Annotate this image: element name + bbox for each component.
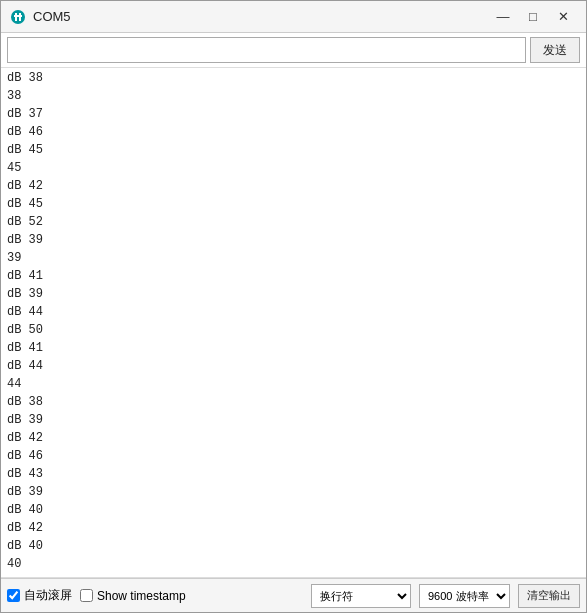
window-controls: — □ ✕	[488, 3, 578, 31]
minimize-button[interactable]: —	[488, 3, 518, 31]
output-line: dB 39	[7, 231, 580, 249]
output-line: dB 37	[7, 105, 580, 123]
main-window: COM5 — □ ✕ 发送 dB 45dB 3838dB 37dB 46dB 4…	[0, 0, 587, 613]
svg-rect-3	[14, 15, 22, 17]
window-title: COM5	[33, 9, 488, 24]
output-line: dB 42	[7, 177, 580, 195]
baud-select[interactable]: 3001200240048009600 波特率19200384005760074…	[419, 584, 510, 608]
output-line: dB 40	[7, 501, 580, 519]
output-area[interactable]: dB 45dB 3838dB 37dB 46dB 4545dB 42dB 45d…	[1, 68, 586, 578]
output-line: dB 50	[7, 321, 580, 339]
output-line: dB 43	[7, 465, 580, 483]
output-line: dB 38	[7, 393, 580, 411]
newline-select[interactable]: 换行符无行尾换行回车Both NL & CR	[311, 584, 411, 608]
output-line: dB 45	[7, 141, 580, 159]
output-line: 45	[7, 159, 580, 177]
show-timestamp-group: Show timestamp	[80, 589, 186, 603]
status-bar: 自动滚屏 Show timestamp 换行符无行尾换行回车Both NL & …	[1, 578, 586, 612]
auto-scroll-checkbox[interactable]	[7, 589, 20, 602]
output-line: 44	[7, 375, 580, 393]
output-line: dB 39	[7, 285, 580, 303]
show-timestamp-checkbox[interactable]	[80, 589, 93, 602]
send-button[interactable]: 发送	[530, 37, 580, 63]
toolbar: 发送	[1, 33, 586, 68]
output-line: 38	[7, 87, 580, 105]
auto-scroll-label[interactable]: 自动滚屏	[24, 587, 72, 604]
output-line: dB 44	[7, 357, 580, 375]
output-line: dB 42	[7, 429, 580, 447]
output-line: dB 46	[7, 123, 580, 141]
app-icon	[9, 8, 27, 26]
output-line: dB 41	[7, 339, 580, 357]
output-line: dB 44	[7, 303, 580, 321]
output-line: dB 39	[7, 411, 580, 429]
send-input[interactable]	[7, 37, 526, 63]
output-line: dB 38	[7, 69, 580, 87]
output-line: 39	[7, 249, 580, 267]
output-line: dB 42	[7, 519, 580, 537]
output-line: dB 39	[7, 483, 580, 501]
close-button[interactable]: ✕	[548, 3, 578, 31]
clear-button[interactable]: 清空输出	[518, 584, 580, 608]
output-line: 40	[7, 555, 580, 573]
output-line: dB 41	[7, 267, 580, 285]
show-timestamp-label[interactable]: Show timestamp	[97, 589, 186, 603]
output-line: dB 46	[7, 447, 580, 465]
maximize-button[interactable]: □	[518, 3, 548, 31]
output-line: dB 45	[7, 195, 580, 213]
auto-scroll-group: 自动滚屏	[7, 587, 72, 604]
output-line: dB 52	[7, 213, 580, 231]
title-bar: COM5 — □ ✕	[1, 1, 586, 33]
output-line: dB 40	[7, 537, 580, 555]
